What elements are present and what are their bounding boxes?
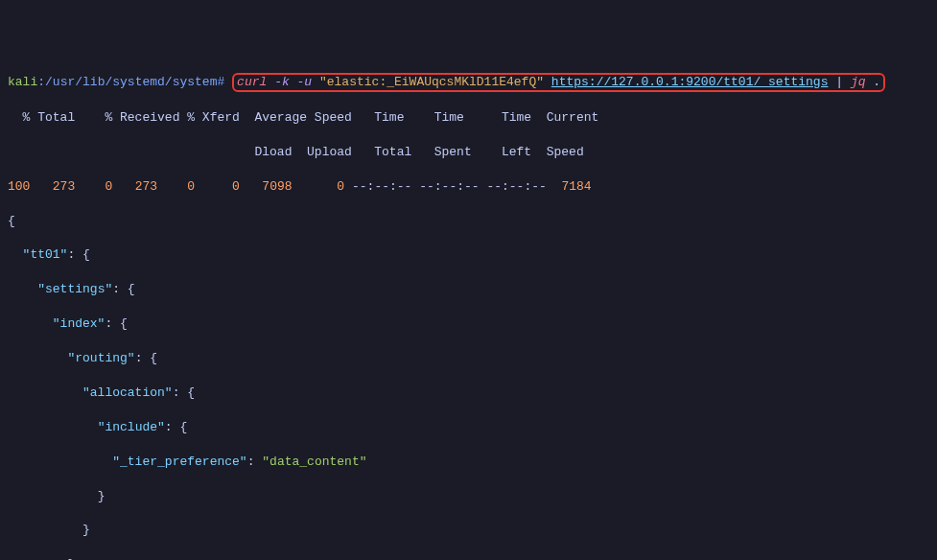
curl-stats: 100 273 0 273 0 0 7098 0 --:--:-- --:--:… bbox=[8, 178, 929, 196]
curl-auth: "elastic:_EiWAUqcsMKlD11E4efQ" bbox=[319, 75, 544, 89]
curl-url-1: https://127.0.0.1:9200/tt01/_settings bbox=[551, 75, 829, 89]
curl-header-2: Dload Upload Total Spent Left Speed bbox=[8, 144, 929, 161]
hostname: kali bbox=[8, 75, 37, 89]
json-output: { bbox=[8, 213, 929, 230]
cwd: /usr/lib/systemd/system bbox=[45, 75, 217, 89]
curl-header-1: % Total % Received % Xferd Average Speed… bbox=[8, 109, 929, 127]
highlight-cmd-1: curl -k -u "elastic:_EiWAUqcsMKlD11E4efQ… bbox=[232, 73, 885, 92]
prompt-line-1: kali:/usr/lib/systemd/system# curl -k -u… bbox=[8, 73, 929, 92]
curl-cmd: curl bbox=[237, 75, 267, 89]
